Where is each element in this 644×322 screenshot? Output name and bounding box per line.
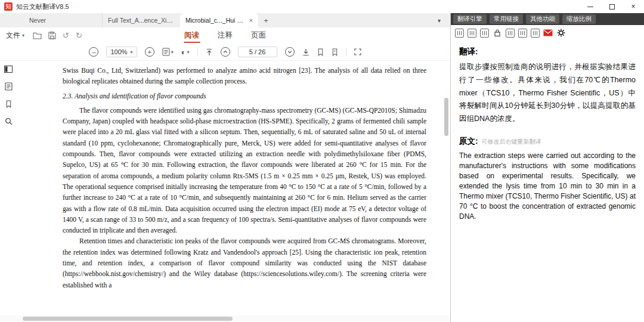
original-text[interactable]: The extraction steps were carried out ac… <box>459 151 636 222</box>
contrast-icon: ◐ <box>181 48 186 56</box>
pdf-content-area: Swiss Buqi Co., Ltd, Switzerland) was pe… <box>0 61 450 315</box>
prev-page-button[interactable] <box>221 47 230 57</box>
tab-label: Full Text_A...ence_Xinhua <box>108 17 175 24</box>
go-top-icon <box>206 48 213 56</box>
translation-text[interactable]: 提取步骤按照制造商的说明进行，并根据实验结果进行了一些修改。具体来说，我们在70… <box>459 61 636 126</box>
vertical-scrollbar[interactable] <box>444 98 448 136</box>
thumbnails-icon <box>5 82 13 91</box>
layout-option-icon[interactable] <box>467 29 476 38</box>
doc-paragraph: The flavor compounds were identified usi… <box>63 105 426 236</box>
search-button[interactable] <box>2 115 14 127</box>
menu-translate-engine[interactable]: 翻译引擎 <box>453 14 487 24</box>
doc-section-heading: 2.3. Analysis and identification of flav… <box>63 91 426 101</box>
theme-dropdown[interactable]: ◐ ▾ <box>181 48 190 56</box>
tab-read[interactable]: 阅读 <box>183 27 200 44</box>
maximize-icon <box>609 4 615 10</box>
original-label: 原文: <box>459 136 478 147</box>
tabs-overflow-chevron-icon[interactable]: ▾ <box>438 17 441 24</box>
reader-column: Never Full Text_A...ence_Xinhua Microbia… <box>0 13 450 322</box>
window-controls: × <box>580 0 644 13</box>
document-tab-fulltext[interactable]: Full Text_A...ence_Xinhua <box>102 13 180 27</box>
translation-panel-toolbar <box>451 25 644 41</box>
tab-label: Never <box>29 17 97 24</box>
sidebar-toggle-icon <box>4 66 13 73</box>
page-layout-dropdown[interactable]: ▾ <box>162 48 174 56</box>
fullscreen-button[interactable] <box>354 48 361 55</box>
zoom-in-icon: + <box>147 49 151 55</box>
pdf-page[interactable]: Swiss Buqi Co., Ltd, Switzerland) was pe… <box>17 61 450 315</box>
mail-icon[interactable] <box>543 28 553 38</box>
view-mode-tabs: 阅读 注释 页面 <box>183 27 267 44</box>
tab-annotate[interactable]: 注释 <box>216 27 234 44</box>
bookmark-button[interactable] <box>317 48 324 56</box>
document-tab-microbial-active[interactable]: Microbial_c..._Hui Liao * × <box>180 13 258 27</box>
toolbar-divider <box>346 48 346 56</box>
bookmark-list-button[interactable] <box>332 48 338 56</box>
layout-option-icon[interactable] <box>518 29 527 38</box>
maximize-button[interactable] <box>601 0 623 13</box>
layout-option-icon[interactable] <box>455 29 464 38</box>
gear-icon[interactable] <box>556 28 566 38</box>
bookmarks-button[interactable] <box>2 98 14 110</box>
menubar: 文件 ▾ ↺ ↻ 阅读 注释 页面 <box>0 27 450 44</box>
menu-other-functions[interactable]: 其他功能 <box>526 14 559 24</box>
zoom-in-button[interactable]: + <box>145 47 154 57</box>
left-rail <box>0 61 17 315</box>
bookmark-icon <box>317 48 324 56</box>
file-menu[interactable]: 文件 ▾ <box>6 30 24 41</box>
toolbar-divider <box>197 48 198 56</box>
translation-panel-menubar: 翻译引擎 常用链接 其他功能 缩放比例 <box>451 13 644 25</box>
app-window: 知 知云文献翻译V8.5 × Never Full Text_A...ence_… <box>0 0 644 322</box>
thumbnails-button[interactable] <box>2 80 14 92</box>
tab-page[interactable]: 页面 <box>250 27 267 44</box>
tab-close-icon[interactable]: × <box>249 17 253 24</box>
redo-icon[interactable]: ↻ <box>76 31 82 40</box>
download-icon <box>302 48 309 56</box>
expand-icon <box>354 48 361 55</box>
next-page-icon <box>287 49 292 54</box>
translation-panel-body: 翻译: 提取步骤按照制造商的说明进行，并根据实验结果进行了一些修改。具体来说，我… <box>451 41 644 322</box>
translation-label: 翻译: <box>459 47 636 57</box>
tab-label: Microbial_c..._Hui Liao * <box>185 17 246 24</box>
app-title: 知云文献翻译V8.5 <box>16 2 69 11</box>
minimize-button[interactable] <box>580 0 601 13</box>
doc-paragraph: Retention times and characteristic ion p… <box>63 236 426 290</box>
document-tab-never[interactable]: Never <box>24 13 102 27</box>
page-layout-caret-icon: ▾ <box>171 49 174 55</box>
original-hint: 可修改后右键重新翻译 <box>482 138 541 146</box>
translation-panel: 翻译引擎 常用链接 其他功能 缩放比例 <box>450 13 644 322</box>
file-menu-caret-icon: ▾ <box>22 33 24 38</box>
tabstrip-end: ▾ <box>274 13 450 27</box>
zoom-level-value: 100% <box>110 48 127 55</box>
page-number-input[interactable]: 5 / 26 <box>238 47 277 57</box>
search-icon <box>5 117 13 125</box>
doc-paragraph: Swiss Buqi Co., Ltd, Switzerland) was pe… <box>63 65 426 87</box>
theme-caret-icon: ▾ <box>187 49 190 55</box>
open-file-icon[interactable] <box>33 32 42 39</box>
menu-common-links[interactable]: 常用链接 <box>490 14 523 24</box>
close-button[interactable]: × <box>623 0 644 13</box>
lock-icon[interactable] <box>493 28 502 38</box>
minimize-icon <box>587 7 593 7</box>
download-button[interactable] <box>302 48 309 56</box>
pdf-toolbar: – 100% ▾ + ▾ ◐ ▾ <box>0 44 450 61</box>
undo-icon[interactable]: ↺ <box>63 31 69 40</box>
layout-option-icon[interactable] <box>480 29 489 38</box>
page-layout-icon <box>162 48 170 56</box>
go-top-button[interactable] <box>206 48 213 56</box>
horizontal-scrollbar[interactable] <box>23 317 233 321</box>
layout-option-icon[interactable] <box>531 29 540 38</box>
zoom-out-button[interactable]: – <box>89 47 98 57</box>
file-menu-label: 文件 <box>6 30 20 41</box>
zoom-caret-icon: ▾ <box>131 49 133 55</box>
zoom-level-dropdown[interactable]: 100% ▾ <box>106 47 137 57</box>
bookmark-list-icon <box>332 48 338 56</box>
next-page-button[interactable] <box>285 47 295 57</box>
new-tab-button[interactable]: + <box>258 13 274 27</box>
menu-zoom-ratio[interactable]: 缩放比例 <box>562 14 596 24</box>
document-tabstrip: Never Full Text_A...ence_Xinhua Microbia… <box>0 13 450 27</box>
titlebar: 知 知云文献翻译V8.5 × <box>0 0 644 13</box>
sidebar-toggle-button[interactable] <box>2 63 14 75</box>
layout-option-icon[interactable] <box>506 29 515 38</box>
save-icon[interactable] <box>48 32 56 39</box>
